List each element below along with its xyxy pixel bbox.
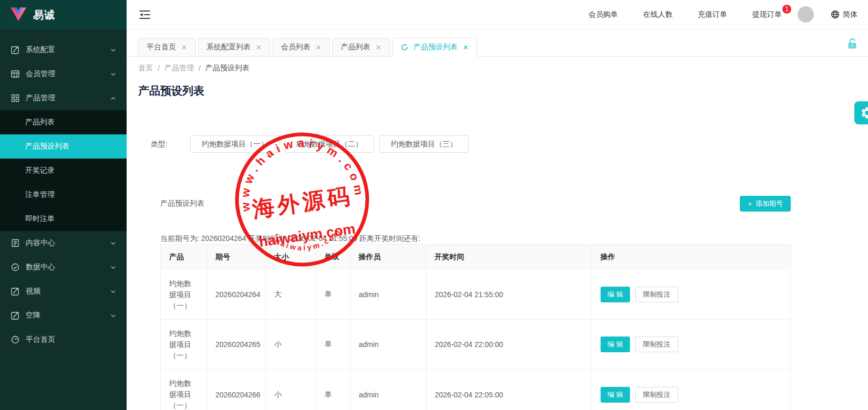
- unlock-icon[interactable]: [847, 38, 857, 49]
- language-label: 简体: [843, 10, 857, 19]
- close-icon[interactable]: ✕: [376, 44, 381, 51]
- limit-bet-button[interactable]: 限制投注: [635, 287, 678, 302]
- close-icon[interactable]: ✕: [463, 44, 469, 51]
- breadcrumb-product-management[interactable]: 产品管理: [164, 64, 194, 73]
- type-option-1-button[interactable]: 约炮数据项目（一）: [190, 135, 280, 153]
- sidebar-item-platform-home[interactable]: 平台首页: [0, 328, 127, 352]
- sidebar-menu: 系统配置 会员管理 产品管理: [0, 29, 127, 352]
- edit-square-icon: [11, 287, 19, 296]
- col-operator: 操作员: [350, 245, 427, 270]
- section-title: 产品预设列表: [160, 199, 204, 208]
- col-issue: 期号: [207, 245, 266, 270]
- operator-value: admin: [350, 270, 427, 319]
- sidebar-item-data-center[interactable]: 数据中心: [0, 255, 127, 279]
- draw-time-value: 2026-02-04 21:55:00: [427, 270, 592, 319]
- tab-product-list[interactable]: 产品列表 ✕: [333, 38, 390, 57]
- tab-product-preset-list[interactable]: 产品预设列表 ✕: [392, 38, 477, 57]
- type-option-2-button[interactable]: 约炮数据项目（二）: [285, 135, 374, 153]
- draw-time-value: 2026-02-04 22:05:00: [427, 370, 592, 410]
- parity-value: 单: [316, 320, 350, 369]
- chevron-up-icon: [110, 96, 116, 101]
- preset-table: 产品 期号 大小 单双 操作员 开奖时间 操作 约炮数据项目（一） 20260: [160, 244, 791, 410]
- issue-number: 20260204266: [207, 370, 266, 410]
- preset-list-card: 产品预设列表 + 添加期号 当前期号为: 20260204264 开奖时间为: …: [160, 196, 791, 410]
- edit-button[interactable]: 编 辑: [601, 287, 630, 302]
- sidebar-item-bet-management[interactable]: 注单管理: [0, 183, 127, 207]
- sidebar-item-product-list[interactable]: 产品列表: [0, 110, 127, 134]
- size-value: 小: [266, 370, 316, 410]
- sidebar-item-label: 产品管理: [26, 93, 110, 103]
- dashboard-icon: [11, 335, 19, 344]
- settings-fab[interactable]: [854, 101, 868, 124]
- topbar: 会员购单 在线人数 充值订单 提现订单 1 简体: [127, 0, 868, 29]
- tab-label: 会员列表: [281, 43, 311, 52]
- add-issue-button[interactable]: + 添加期号: [740, 196, 791, 212]
- member-orders-link[interactable]: 会员购单: [588, 10, 618, 19]
- tab-platform-home[interactable]: 平台首页 ✕: [138, 38, 195, 57]
- close-icon[interactable]: ✕: [256, 44, 262, 51]
- withdraw-orders-label: 提现订单: [752, 10, 782, 18]
- edit-button[interactable]: 编 辑: [601, 337, 630, 352]
- issue-number: 20260204265: [207, 320, 266, 369]
- chevron-down-icon: [110, 313, 116, 319]
- recharge-orders-link[interactable]: 充值订单: [698, 10, 727, 19]
- sidebar-item-members[interactable]: 会员管理: [0, 62, 127, 86]
- topbar-links: 会员购单 在线人数 充值订单 提现订单 1 简体: [563, 6, 857, 23]
- sidebar-item-product-preset-list[interactable]: 产品预设列表: [0, 134, 127, 159]
- col-size: 大小: [266, 245, 316, 270]
- avatar[interactable]: [798, 6, 814, 23]
- online-users-link[interactable]: 在线人数: [643, 10, 673, 19]
- sidebar-item-label: 数据中心: [26, 262, 110, 272]
- edit-square-icon: [11, 311, 19, 320]
- col-product: 产品: [161, 245, 207, 270]
- sidebar-collapse-icon[interactable]: [139, 10, 151, 19]
- brand-name: 易诚: [33, 8, 55, 22]
- product-name: 约炮数据项目（一）: [169, 378, 198, 410]
- type-option-3-button[interactable]: 约炮数据项目（三）: [379, 135, 469, 153]
- parity-value: 单: [316, 270, 350, 319]
- sidebar: 易诚 系统配置 会员管理: [0, 0, 127, 410]
- brand-logo-icon: [11, 7, 26, 23]
- close-icon[interactable]: ✕: [181, 44, 187, 51]
- sidebar-item-system-config[interactable]: 系统配置: [0, 38, 127, 62]
- table-header: 产品 期号 大小 单双 操作员 开奖时间 操作: [161, 245, 790, 270]
- sidebar-item-products[interactable]: 产品管理: [0, 86, 127, 110]
- chevron-down-icon: [110, 265, 116, 270]
- edit-button[interactable]: 编 辑: [601, 387, 630, 403]
- chevron-down-icon: [110, 47, 116, 53]
- table-icon: [11, 70, 19, 79]
- table-body: 约炮数据项目（一） 20260204264 大 单 admin 2026-02-…: [161, 270, 790, 410]
- breadcrumb-home[interactable]: 首页: [138, 64, 153, 73]
- edit-square-icon: [11, 46, 19, 55]
- chevron-down-icon: [110, 289, 116, 295]
- limit-bet-button[interactable]: 限制投注: [635, 387, 678, 403]
- product-name: 约炮数据项目（一）: [169, 328, 198, 361]
- table-row: 约炮数据项目（一） 20260204264 大 单 admin 2026-02-…: [161, 270, 790, 320]
- size-value: 小: [266, 320, 316, 369]
- admin-app: 易诚 系统配置 会员管理: [0, 0, 868, 410]
- withdraw-orders-link[interactable]: 提现订单 1: [752, 10, 782, 19]
- refresh-icon[interactable]: [401, 44, 408, 51]
- language-selector[interactable]: 简体: [831, 10, 857, 19]
- tabbar: 平台首页 ✕ 系统配置列表 ✕ 会员列表 ✕ 产品列表 ✕: [127, 29, 868, 57]
- sidebar-item-live-bets[interactable]: 即时注单: [0, 207, 127, 231]
- limit-bet-button[interactable]: 限制投注: [635, 337, 678, 352]
- sidebar-item-airdrop[interactable]: 空降: [0, 303, 127, 328]
- col-parity: 单双: [316, 245, 350, 270]
- main-area: 会员购单 在线人数 充值订单 提现订单 1 简体: [127, 0, 868, 410]
- open-tabs: 平台首页 ✕ 系统配置列表 ✕ 会员列表 ✕ 产品列表 ✕: [138, 38, 477, 56]
- globe-icon: [831, 10, 840, 19]
- sidebar-item-draw-records[interactable]: 开奖记录: [0, 159, 127, 183]
- product-name: 约炮数据项目（一）: [169, 278, 198, 311]
- sidebar-item-video[interactable]: 视频: [0, 279, 127, 303]
- tab-system-config-list[interactable]: 系统配置列表 ✕: [198, 38, 270, 57]
- sidebar-item-label: 注单管理: [25, 190, 55, 199]
- sidebar-item-label: 内容中心: [26, 238, 110, 248]
- tab-label: 平台首页: [147, 43, 176, 52]
- breadcrumb-current: 产品预设列表: [205, 64, 250, 73]
- close-icon[interactable]: ✕: [316, 44, 322, 51]
- add-issue-label: 添加期号: [756, 199, 783, 208]
- sidebar-item-content-center[interactable]: 内容中心: [0, 231, 127, 255]
- sidebar-item-label: 产品列表: [25, 118, 55, 127]
- tab-member-list[interactable]: 会员列表 ✕: [273, 38, 330, 57]
